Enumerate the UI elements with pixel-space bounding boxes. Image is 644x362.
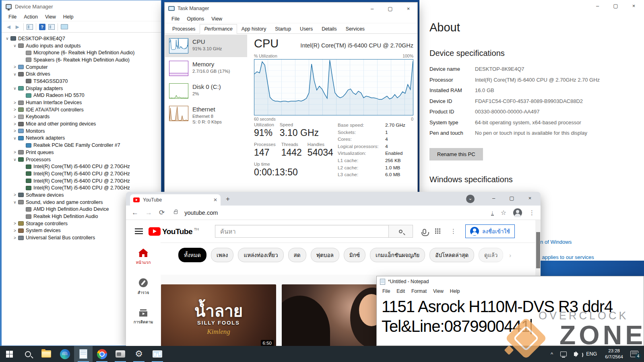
youtube-search-box[interactable] [215, 225, 389, 238]
perf-item-memory[interactable]: Memory2.7/16.0 GB (17%) [165, 57, 247, 80]
perf-item-disk-0-c-[interactable]: Disk 0 (C:)2% [165, 80, 247, 102]
collapse-icon[interactable]: ∨ [12, 200, 17, 204]
tree-item[interactable]: >Human Interface Devices [3, 99, 161, 106]
tree-item[interactable]: >Computer [3, 64, 161, 71]
notepad-taskbar-button[interactable] [74, 346, 93, 362]
tree-item[interactable]: Intel(R) Core(TM) i5-6400 CPU @ 2.70GHz [3, 177, 161, 185]
maximize-button[interactable]: ▢ [503, 192, 521, 205]
chip-6[interactable]: เกมแอ็กชันผจญภัย [370, 248, 425, 262]
tree-item[interactable]: ∨DESKTOP-8K9E4Q7 [3, 35, 161, 42]
tree-item[interactable]: AMD Radeon HD 5570 [3, 92, 161, 99]
menu-help[interactable]: Help [60, 13, 77, 21]
chip-7[interactable]: อัปโหลดล่าสุด [429, 248, 474, 262]
settings-taskbar-button[interactable]: ⚙ [130, 346, 148, 362]
forward-icon[interactable]: → [145, 209, 152, 217]
maximize-button[interactable]: ▢ [381, 3, 399, 14]
download-icon[interactable]: ↓ [491, 210, 494, 216]
taskbar-search-button[interactable] [19, 346, 37, 362]
menu-help[interactable]: Help [447, 288, 463, 294]
expand-icon[interactable]: > [12, 221, 17, 226]
sidebar-item-home[interactable]: หน้าแรก [126, 243, 161, 272]
video-thumbnail-1[interactable]: น้ำลาย SILLY FOOLS Kimleng 6:50 [161, 284, 276, 346]
show-console-icon[interactable] [27, 24, 33, 30]
chrome-taskbar-button[interactable] [93, 346, 111, 362]
rename-pc-button[interactable]: Rename this PC [429, 148, 483, 160]
sign-in-button[interactable]: ลงชื่อเข้าใช้ [465, 224, 515, 238]
tab-close-icon[interactable]: ✕ [213, 197, 217, 203]
device-manager-titlebar[interactable]: Device Manager [2, 0, 161, 12]
tree-item[interactable]: >Keyboards [3, 113, 161, 121]
help-icon[interactable]: ? [39, 24, 45, 30]
menu-view[interactable]: View [41, 13, 60, 21]
tray-chevron-icon[interactable]: ^ [547, 351, 557, 357]
collapse-icon[interactable]: ∨ [12, 72, 17, 76]
collapse-icon[interactable]: ∨ [12, 86, 17, 90]
sidebar-item-compass[interactable]: สำรวจ [126, 272, 161, 302]
minimize-button[interactable]: – [363, 3, 381, 14]
search-button[interactable] [389, 225, 413, 238]
bookmark-star-icon[interactable]: ☆ [501, 209, 506, 216]
properties-icon[interactable] [48, 24, 55, 30]
windows-edition-link[interactable]: ion of Windows [536, 239, 572, 245]
chip-1[interactable]: เพลง [211, 248, 233, 262]
expand-icon[interactable]: > [12, 193, 17, 197]
back-arrow-icon[interactable]: ◄ [6, 24, 12, 30]
notification-center-icon[interactable]: 4 [630, 351, 638, 357]
chip-4[interactable]: ฟุตบอล [311, 248, 339, 262]
collapse-icon[interactable]: ∨ [12, 157, 17, 162]
expand-icon[interactable]: > [12, 122, 17, 126]
minimize-button[interactable]: – [588, 0, 607, 12]
menu-view[interactable]: View [208, 15, 226, 23]
collapse-icon[interactable]: ∨ [5, 36, 10, 41]
tab-details[interactable]: Details [317, 24, 341, 34]
tree-item[interactable]: Intel(R) Core(TM) i5-6400 CPU @ 2.70GHz [3, 163, 161, 170]
tree-item[interactable]: ∨Audio inputs and outputs [3, 42, 161, 49]
perf-item-ethernet[interactable]: EthernetEthernet 8S: 0 R: 0 Kbps [165, 102, 247, 129]
reload-icon[interactable]: ⟳ [159, 208, 165, 217]
notepad-titlebar[interactable]: *Untitled - Notepad [377, 276, 644, 287]
tree-item[interactable]: >IDE ATA/ATAPI controllers [3, 106, 161, 113]
new-tab-button[interactable]: + [226, 195, 230, 203]
address-bar[interactable]: youtube.com [184, 210, 484, 216]
tree-item[interactable]: ∨Processors [3, 156, 161, 163]
collapse-icon[interactable]: ∨ [12, 43, 17, 48]
profile-icon[interactable] [513, 208, 522, 217]
tree-item[interactable]: ∨Disk drives [3, 70, 161, 78]
perf-item-cpu[interactable]: CPU91% 3.10 GHz [165, 35, 247, 57]
tree-item[interactable]: ∨Display adapters [3, 85, 161, 92]
menu-edit[interactable]: Edit [393, 288, 408, 294]
device-manager-taskbar-button[interactable] [111, 346, 130, 362]
tab-processes[interactable]: Processes [168, 24, 200, 34]
close-button[interactable]: × [399, 3, 417, 14]
lock-icon[interactable] [174, 211, 178, 214]
scrollbar-thumb[interactable] [536, 232, 540, 268]
collapse-icon[interactable]: ∨ [12, 136, 17, 140]
menu-file[interactable]: File [379, 288, 393, 294]
forward-arrow-icon[interactable]: ► [14, 24, 21, 30]
expand-icon[interactable]: > [12, 150, 17, 154]
tab-users[interactable]: Users [295, 24, 317, 34]
maximize-button[interactable]: ▢ [607, 0, 625, 12]
search-input[interactable] [220, 228, 388, 235]
tree-item[interactable]: Intel(R) Core(TM) i5-6400 CPU @ 2.70GHz [3, 184, 161, 191]
tree-item[interactable]: >Monitors [3, 128, 161, 135]
close-button[interactable]: × [521, 192, 539, 205]
close-button[interactable]: × [625, 0, 643, 12]
expand-icon[interactable]: > [12, 115, 17, 119]
chip-2[interactable]: แหล่งท่องเที่ยว [238, 248, 283, 262]
menu-format[interactable]: Format [408, 288, 430, 294]
minimize-button[interactable]: – [485, 192, 503, 205]
menu-options[interactable]: Options [183, 15, 208, 23]
hamburger-menu-icon[interactable] [135, 228, 143, 234]
browser-tab-youtube[interactable]: YouTube ✕ [130, 194, 221, 206]
tab-services[interactable]: Services [341, 24, 369, 34]
tab-app-history[interactable]: App history [237, 24, 271, 34]
back-icon[interactable]: ← [132, 209, 138, 217]
cpu-utilization-graph[interactable] [254, 59, 413, 115]
task-manager-taskbar-button[interactable] [148, 346, 167, 362]
expand-icon[interactable]: > [12, 65, 17, 69]
task-manager-titlebar[interactable]: Task Manager – ▢ × [165, 2, 417, 14]
notepad-text-area[interactable]: 1151 Asrock H110M-DVS R3 ddr4 Tel&Line:0… [377, 295, 644, 336]
expand-icon[interactable]: > [12, 107, 17, 112]
sidebar-item-subscriptions[interactable]: การติดตาม [126, 302, 161, 331]
